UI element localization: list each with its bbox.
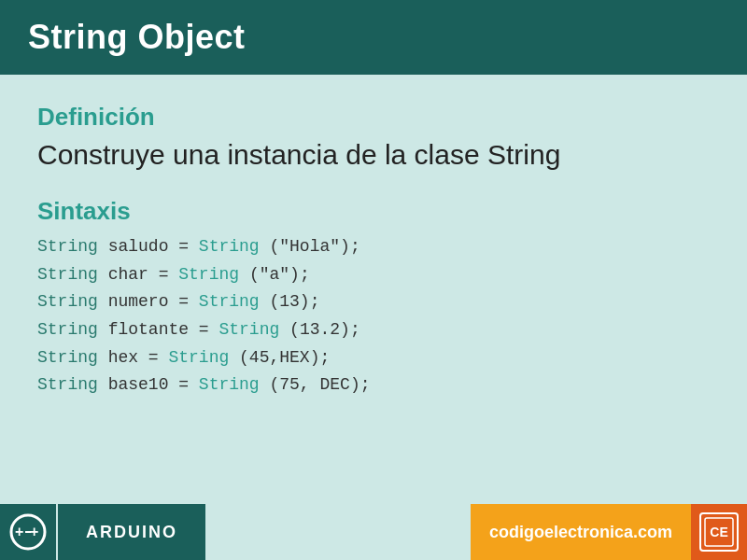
call-string-6: String	[199, 375, 260, 394]
arduino-logo-icon: + +	[7, 511, 49, 553]
keyword-string-4: String	[37, 320, 98, 339]
website-box: codigoelectronica.com	[471, 504, 691, 560]
keyword-string-2: String	[37, 265, 98, 284]
syntax-block: String saludo = String ("Hola"); String …	[37, 233, 710, 399]
keyword-string-6: String	[37, 375, 98, 394]
keyword-string-1: String	[37, 237, 98, 256]
main-content: Definición Construye una instancia de la…	[0, 75, 747, 504]
definition-label: Definición	[37, 103, 710, 132]
page-title: String Object	[28, 18, 246, 57]
website-text: codigoelectronica.com	[489, 523, 672, 542]
call-string-4: String	[218, 320, 279, 339]
keyword-string-5: String	[37, 348, 98, 367]
call-string-5: String	[168, 348, 229, 367]
syntax-line-3: String numero = String (13);	[37, 288, 710, 316]
call-string-2: String	[178, 265, 239, 284]
arduino-logo-box: + +	[0, 504, 56, 560]
syntax-line-5: String hex = String (45,HEX);	[37, 344, 710, 372]
call-string-1: String	[199, 237, 260, 256]
syntax-line-6: String base10 = String (75, DEC);	[37, 371, 710, 399]
footer-left: + + ARDUINO	[0, 504, 205, 560]
svg-text:CE: CE	[710, 525, 727, 539]
ce-logo-icon: CE	[696, 509, 742, 555]
keyword-string-3: String	[37, 292, 98, 311]
syntax-line-4: String flotante = String (13.2);	[37, 316, 710, 344]
svg-text:+: +	[30, 524, 38, 539]
syntax-label: Sintaxis	[37, 197, 710, 226]
page-header: String Object	[0, 0, 747, 75]
svg-text:+: +	[15, 524, 23, 539]
arduino-label-box: ARDUINO	[58, 504, 205, 560]
syntax-line-2: String char = String ("a");	[37, 261, 710, 289]
arduino-label: ARDUINO	[86, 523, 177, 542]
syntax-line-1: String saludo = String ("Hola");	[37, 233, 710, 261]
page-footer: + + ARDUINO codigoelectronica.com CE	[0, 504, 747, 560]
call-string-3: String	[199, 292, 260, 311]
definition-text: Construye una instancia de la clase Stri…	[37, 139, 710, 171]
ce-logo-box: CE	[691, 504, 747, 560]
footer-right: codigoelectronica.com CE	[471, 504, 747, 560]
